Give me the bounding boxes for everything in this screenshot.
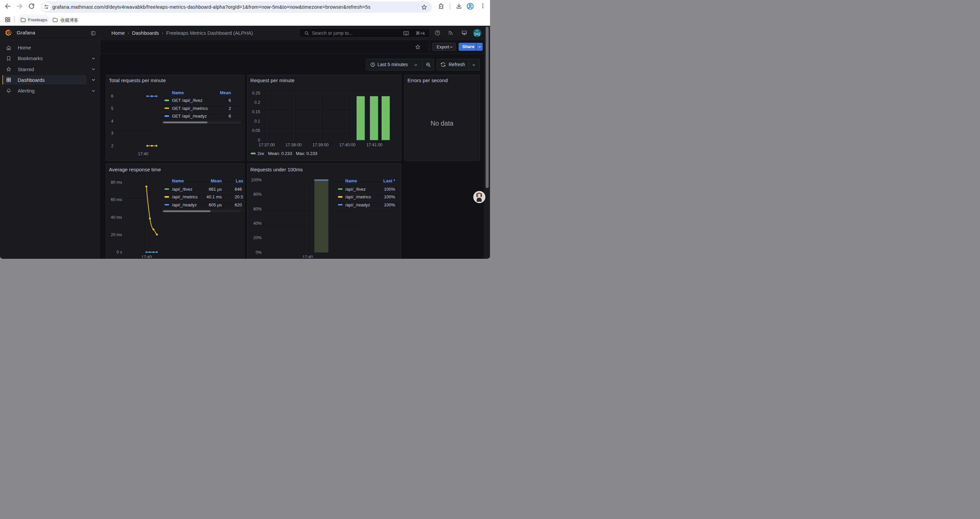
svg-text:0.1: 0.1 xyxy=(254,119,260,124)
svg-text:17:40: 17:40 xyxy=(141,255,151,258)
svg-text:0.15: 0.15 xyxy=(252,109,260,114)
svg-text:60%: 60% xyxy=(253,207,261,211)
svg-text:0: 0 xyxy=(258,137,260,142)
svg-text:40 ms: 40 ms xyxy=(110,215,122,220)
svg-text:17:40: 17:40 xyxy=(138,152,148,156)
svg-text:17:39:00: 17:39:00 xyxy=(312,143,329,147)
svg-text:20 ms: 20 ms xyxy=(110,232,122,237)
svg-text:20%: 20% xyxy=(253,235,261,240)
svg-text:17:38:00: 17:38:00 xyxy=(285,143,302,147)
svg-text:2: 2 xyxy=(111,143,113,148)
svg-text:80%: 80% xyxy=(253,192,261,197)
svg-text:3: 3 xyxy=(111,131,113,136)
svg-text:100%: 100% xyxy=(251,178,261,182)
svg-text:0.2: 0.2 xyxy=(254,100,260,105)
svg-text:60 ms: 60 ms xyxy=(110,197,122,202)
svg-text:0 s: 0 s xyxy=(116,250,122,254)
svg-text:Mean: 0.233: Mean: 0.233 xyxy=(268,151,292,156)
svg-text:17:40: 17:40 xyxy=(302,255,313,258)
svg-text:0.25: 0.25 xyxy=(252,91,260,95)
svg-text:17:37:00: 17:37:00 xyxy=(259,143,275,147)
svg-text:Max: 0.233: Max: 0.233 xyxy=(296,151,317,156)
svg-text:5: 5 xyxy=(111,106,113,111)
svg-text:4: 4 xyxy=(111,119,113,124)
svg-text:0.05: 0.05 xyxy=(252,128,260,133)
svg-text:17:40:00: 17:40:00 xyxy=(339,143,356,147)
svg-text:40%: 40% xyxy=(253,221,261,226)
svg-text:80 ms: 80 ms xyxy=(110,180,122,185)
svg-text:2xx: 2xx xyxy=(257,151,264,156)
svg-text:0%: 0% xyxy=(256,250,261,255)
svg-text:6: 6 xyxy=(111,94,113,99)
svg-text:17:41:00: 17:41:00 xyxy=(366,143,383,147)
